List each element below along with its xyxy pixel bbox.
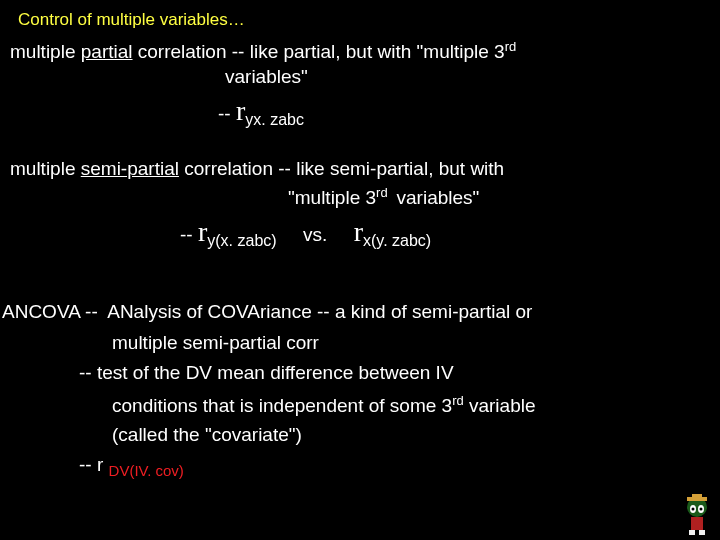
anc-l3b: variable (464, 395, 536, 416)
cartoon-icon (680, 494, 714, 536)
msp-f-sub1: y(x. zabc) (207, 232, 276, 249)
msp-formula: -- ry(x. zabc) vs. rx(y. zabc) (180, 216, 431, 250)
msp-vs: vs. (277, 224, 354, 245)
mp-rd-sup: rd (505, 39, 517, 54)
mp-formula: -- ryx. zabc (218, 95, 304, 129)
svg-rect-7 (691, 517, 703, 530)
svg-rect-8 (689, 530, 695, 535)
anc-line2: -- test of the DV mean difference betwee… (79, 362, 454, 384)
slide: Control of multiple variables… multiple … (0, 0, 720, 540)
msp-f-dashes: -- (180, 224, 198, 245)
mp-line1: multiple partial correlation -- like par… (10, 39, 516, 63)
anc-f-dashes: -- (79, 454, 97, 475)
anc-f-r: r (97, 454, 109, 475)
msp-line1: multiple semi-partial correlation -- lik… (10, 158, 504, 180)
anc-l3a: conditions that is independent of some 3 (112, 395, 452, 416)
svg-rect-2 (692, 494, 702, 497)
slide-title: Control of multiple variables… (18, 10, 245, 30)
msp-pre: multiple (10, 158, 81, 179)
mp-post: correlation -- like partial, but with "m… (133, 41, 505, 62)
anc-line4: (called the "covariate") (112, 424, 302, 446)
msp-l2a: "multiple 3 (288, 187, 376, 208)
msp-f-r1: r (198, 216, 207, 247)
anc-line1: ANCOVA -- ANalysis of COVAriance -- a ki… (2, 301, 532, 323)
msp-line2: "multiple 3rd variables" (288, 185, 479, 209)
msp-rd-sup: rd (376, 185, 391, 200)
msp-post: correlation -- like semi-partial, but wi… (179, 158, 504, 179)
anc-rd-sup: rd (452, 393, 464, 408)
mp-f-sub: yx. zabc (245, 111, 304, 128)
anc-formula: -- r DV(IV. cov) (79, 454, 184, 479)
mp-f-r: r (236, 95, 245, 126)
svg-point-5 (692, 508, 695, 511)
svg-point-6 (700, 508, 703, 511)
mp-partial-word: partial (81, 41, 133, 62)
mp-pre: multiple (10, 41, 81, 62)
msp-l2b: variables" (391, 187, 479, 208)
msp-f-r2: r (354, 216, 363, 247)
anc-line1b: multiple semi-partial corr (112, 332, 319, 354)
svg-rect-9 (699, 530, 705, 535)
mp-line2: variables" (225, 66, 308, 88)
anc-line3: conditions that is independent of some 3… (112, 393, 536, 417)
mp-f-dashes: -- (218, 103, 236, 124)
anc-f-sub: DV(IV. cov) (109, 462, 184, 479)
svg-rect-1 (687, 497, 707, 501)
msp-semi-word: semi-partial (81, 158, 179, 179)
msp-f-sub2: x(y. zabc) (363, 232, 431, 249)
